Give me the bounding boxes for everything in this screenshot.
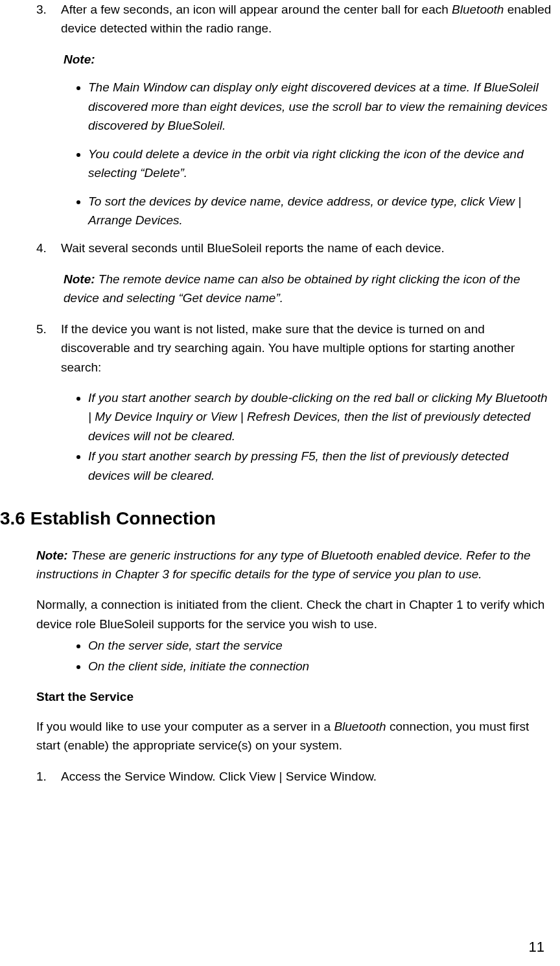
paragraph: If you would like to use your computer a… xyxy=(36,717,554,755)
ordered-list: 5. If the device you want is not listed,… xyxy=(36,320,554,377)
note-label: Note: xyxy=(64,272,95,286)
note-text: The remote device name can also be obtai… xyxy=(64,272,520,305)
list-item: You could delete a device in the orbit v… xyxy=(88,145,554,183)
list-body: Access the Service Window. Click View | … xyxy=(61,767,554,786)
list-item: 4. Wait several seconds until BlueSoleil… xyxy=(36,239,554,257)
section-heading: 3.6 Establish Connection xyxy=(0,504,554,532)
role-list: On the server side, start the service On… xyxy=(61,636,554,676)
search-options-list: If you start another search by double-cl… xyxy=(61,388,554,485)
list-body: If the device you want is not listed, ma… xyxy=(61,320,554,377)
paragraph: Normally, a connection is initiated from… xyxy=(36,595,554,633)
note-label: Note: xyxy=(64,53,95,66)
list-item: 3. After a few seconds, an icon will app… xyxy=(36,0,554,38)
list-item: On the server side, start the service xyxy=(88,636,554,655)
note-text: These are generic instructions for any t… xyxy=(36,548,531,581)
list-item: If you start another search by double-cl… xyxy=(88,388,554,445)
list-body: After a few seconds, an icon will appear… xyxy=(61,0,554,38)
list-item: To sort the devices by device name, devi… xyxy=(88,192,554,230)
note-block: Note: The remote device name can also be… xyxy=(64,270,554,308)
text: After a few seconds, an icon will appear… xyxy=(61,3,452,16)
brand-term: Bluetooth xyxy=(452,3,504,16)
note-block: Note: xyxy=(64,50,554,69)
note-label: Note: xyxy=(36,548,68,562)
list-marker: 1. xyxy=(36,767,61,786)
list-marker: 5. xyxy=(36,320,61,377)
note-block: Note: These are generic instructions for… xyxy=(36,546,554,584)
list-item: On the client side, initiate the connect… xyxy=(88,657,554,676)
document-page: 3. After a few seconds, an icon will app… xyxy=(0,0,560,966)
note-bullet-list: The Main Window can display only eight d… xyxy=(61,78,554,230)
text: If you would like to use your computer a… xyxy=(36,720,334,733)
ordered-list: 1. Access the Service Window. Click View… xyxy=(36,767,554,786)
list-item: The Main Window can display only eight d… xyxy=(88,78,554,135)
list-item: 1. Access the Service Window. Click View… xyxy=(36,767,554,786)
list-item: 5. If the device you want is not listed,… xyxy=(36,320,554,377)
list-body: Wait several seconds until BlueSoleil re… xyxy=(61,239,554,257)
list-marker: 4. xyxy=(36,239,61,257)
subheading: Start the Service xyxy=(36,687,554,706)
ordered-list: 3. After a few seconds, an icon will app… xyxy=(36,0,554,38)
ordered-list: 4. Wait several seconds until BlueSoleil… xyxy=(36,239,554,257)
page-number: 11 xyxy=(529,936,544,958)
list-item: If you start another search by pressing … xyxy=(88,447,554,485)
list-marker: 3. xyxy=(36,0,61,38)
brand-term: Bluetooth xyxy=(334,720,386,733)
